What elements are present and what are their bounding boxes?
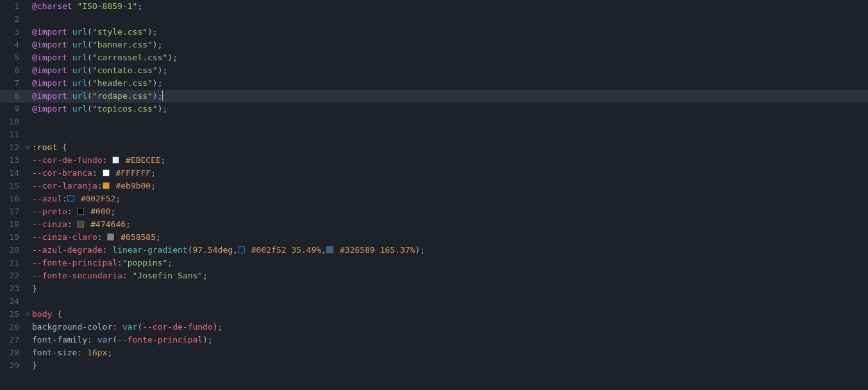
- line-content[interactable]: [32, 115, 868, 128]
- fold-toggle: [23, 321, 32, 334]
- code-line[interactable]: 1@charset "ISO-8859-1";: [0, 0, 868, 13]
- line-content[interactable]: @charset "ISO-8859-1";: [32, 0, 868, 13]
- code-line[interactable]: 16 --azul: #002F52;: [0, 192, 868, 205]
- token-punc: ): [153, 91, 158, 101]
- line-content[interactable]: [32, 128, 868, 141]
- token-func: url: [72, 27, 87, 37]
- token-string: "banner.css": [92, 40, 153, 49]
- code-line[interactable]: 23}: [0, 282, 868, 295]
- line-content[interactable]: [32, 295, 868, 308]
- token-atrule: @charset: [32, 1, 72, 11]
- token-value: #002F52: [81, 194, 116, 203]
- line-content[interactable]: --cor-branca: #FFFFFF;: [32, 167, 868, 180]
- code-line[interactable]: 8@import url("rodape.css");: [0, 90, 868, 103]
- code-line[interactable]: 22 --fonte-secundaria: "Josefin Sans";: [0, 269, 868, 282]
- code-line[interactable]: 13 --cor-de-fundo: #EBECEE;: [0, 154, 868, 167]
- line-content[interactable]: --fonte-secundaria: "Josefin Sans";: [32, 269, 868, 282]
- token-var: --fonte-secundaria: [32, 271, 122, 280]
- line-content[interactable]: @import url("style.css");: [32, 26, 868, 38]
- fold-toggle: [23, 359, 32, 372]
- line-content[interactable]: --azul-degrade: linear-gradient(97.54deg…: [32, 244, 868, 257]
- code-line[interactable]: 29}: [0, 359, 868, 372]
- code-line[interactable]: 24: [0, 295, 868, 308]
- token-atrule: @import: [32, 65, 67, 75]
- code-line[interactable]: 10: [0, 115, 868, 128]
- line-content[interactable]: :root {: [32, 141, 868, 154]
- line-content[interactable]: }: [32, 359, 868, 372]
- line-content[interactable]: [32, 13, 868, 26]
- code-line[interactable]: 3@import url("style.css");: [0, 26, 868, 38]
- token-punc: ;: [107, 348, 112, 357]
- token-value: #858585: [121, 232, 156, 242]
- line-number: 14: [0, 167, 23, 180]
- code-line[interactable]: 20 --azul-degrade: linear-gradient(97.54…: [0, 244, 868, 257]
- line-content[interactable]: --azul: #002F52;: [32, 192, 868, 205]
- line-content[interactable]: --cinza-claro: #858585;: [32, 231, 868, 244]
- code-line[interactable]: 26 background-color: var(--cor-de-fundo)…: [0, 321, 868, 334]
- code-line[interactable]: 9@import url("topicos.css");: [0, 103, 868, 115]
- line-content[interactable]: @import url("carrossel.css");: [32, 51, 868, 64]
- token-punc: ;: [172, 53, 178, 62]
- code-line[interactable]: 7@import url("header.css");: [0, 77, 868, 90]
- token-punc: ;: [161, 155, 166, 165]
- line-content[interactable]: @import url("contato.css");: [32, 64, 868, 77]
- code-line[interactable]: 28 font-size: 16px;: [0, 346, 868, 359]
- code-line[interactable]: 17 --preto: #000;: [0, 205, 868, 218]
- code-line[interactable]: 19 --cinza-claro: #858585;: [0, 231, 868, 244]
- line-content[interactable]: --fonte-principal:"poppins";: [32, 257, 868, 269]
- line-content[interactable]: }: [32, 282, 868, 295]
- code-editor[interactable]: 1@charset "ISO-8859-1";23@import url("st…: [0, 0, 868, 390]
- line-content[interactable]: @import url("rodape.css");: [32, 90, 868, 103]
- token-punc: ): [158, 65, 163, 75]
- fold-toggle: [23, 115, 32, 128]
- fold-toggle[interactable]: ⊖: [23, 308, 32, 321]
- line-number: 16: [0, 192, 23, 205]
- code-line[interactable]: 5@import url("carrossel.css");: [0, 51, 868, 64]
- code-line[interactable]: 21 --fonte-principal:"poppins";: [0, 257, 868, 269]
- line-content[interactable]: @import url("banner.css");: [32, 38, 868, 51]
- token-punc: :: [122, 271, 133, 280]
- text-cursor: [162, 90, 163, 101]
- line-content[interactable]: --preto: #000;: [32, 205, 868, 218]
- code-line[interactable]: 12⊖:root {: [0, 141, 868, 154]
- code-line[interactable]: 18 --cinza: #474646;: [0, 218, 868, 231]
- token-punc: (: [112, 335, 117, 344]
- line-content[interactable]: @import url("header.css");: [32, 77, 868, 90]
- token-punc: ;: [420, 245, 425, 255]
- line-content[interactable]: background-color: var(--cor-de-fundo);: [32, 321, 868, 334]
- color-swatch: [326, 246, 333, 253]
- token-punc: :: [97, 232, 108, 242]
- line-content[interactable]: body {: [32, 308, 868, 321]
- token-func: url: [72, 78, 87, 88]
- code-line[interactable]: 2: [0, 13, 868, 26]
- token-punc: ;: [163, 104, 168, 114]
- line-number: 5: [0, 51, 23, 64]
- code-line[interactable]: 15 --cor-laranja: #eb9b00;: [0, 180, 868, 192]
- code-line[interactable]: 27 font-family: var(--fonte-principal);: [0, 334, 868, 346]
- token-punc: :: [97, 181, 103, 191]
- code-line[interactable]: 25⊖body {: [0, 308, 868, 321]
- code-line[interactable]: 14 --cor-branca: #FFFFFF;: [0, 167, 868, 180]
- code-line[interactable]: 11: [0, 128, 868, 141]
- fold-toggle: [23, 269, 32, 282]
- line-content[interactable]: --cinza: #474646;: [32, 218, 868, 231]
- token-punc: :: [77, 348, 87, 357]
- token-number: 97.54deg: [192, 245, 233, 255]
- token-number: 35.49%: [291, 245, 321, 255]
- fold-toggle: [23, 295, 32, 308]
- line-number: 9: [0, 103, 23, 115]
- line-number: 6: [0, 64, 23, 77]
- token-punc: :: [103, 155, 113, 165]
- code-line[interactable]: 4@import url("banner.css");: [0, 38, 868, 51]
- token-func: url: [72, 104, 87, 114]
- token-number: 165.37%: [380, 245, 415, 255]
- line-content[interactable]: @import url("topicos.css");: [32, 103, 868, 115]
- line-content[interactable]: font-family: var(--fonte-principal);: [32, 334, 868, 346]
- code-line[interactable]: 6@import url("contato.css");: [0, 64, 868, 77]
- token-var: --cor-de-fundo: [32, 155, 103, 165]
- line-content[interactable]: font-size: 16px;: [32, 346, 868, 359]
- fold-toggle[interactable]: ⊖: [23, 141, 32, 154]
- fold-toggle: [23, 0, 32, 13]
- line-content[interactable]: --cor-laranja: #eb9b00;: [32, 180, 868, 192]
- line-content[interactable]: --cor-de-fundo: #EBECEE;: [32, 154, 868, 167]
